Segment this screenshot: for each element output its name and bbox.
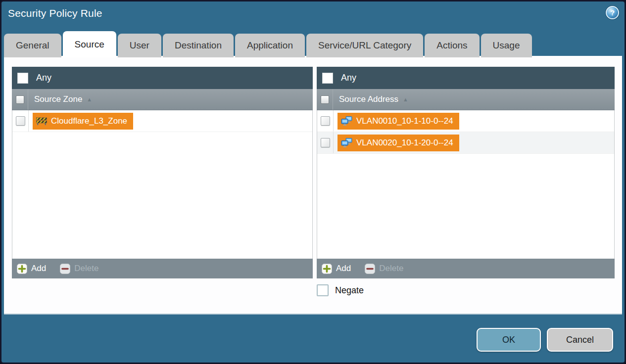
address-tag-label: VLAN0020_10-1-20-0--24 [356, 138, 453, 148]
delete-icon [365, 264, 375, 274]
source-zone-column-header: Source Zone ▲ [12, 89, 313, 110]
zone-tag-label: Cloudflare_L3_Zone [51, 116, 127, 126]
table-row[interactable]: VLAN0010_10-1-10-0--24 [317, 110, 614, 132]
cancel-button[interactable]: Cancel [547, 328, 613, 352]
address-network-icon [341, 116, 352, 126]
source-address-column-label: Source Address [339, 94, 398, 104]
row-checkbox-cell [317, 132, 334, 153]
source-address-delete-button[interactable]: Delete [365, 264, 403, 274]
source-zone-table-body: Cloudflare_L3_Zone [12, 110, 313, 259]
source-address-any-label: Any [341, 73, 356, 83]
add-label: Add [31, 264, 46, 273]
source-zone-column-sort[interactable]: Source Zone ▲ [28, 89, 313, 110]
source-address-any-header: Any [317, 67, 615, 89]
source-address-column-sort[interactable]: Source Address ▲ [333, 89, 615, 110]
sort-asc-icon: ▲ [403, 96, 408, 102]
tab-general[interactable]: General [4, 34, 61, 57]
sort-asc-icon: ▲ [87, 96, 92, 102]
negate-label: Negate [335, 285, 364, 296]
source-tab-content: Any Source Zone ▲ [4, 56, 622, 315]
help-icon[interactable]: ? [606, 6, 619, 19]
delete-label: Delete [74, 264, 98, 273]
source-address-table-body: VLAN0010_10-1-10-0--24 [317, 110, 615, 259]
row-checkbox-cell [317, 110, 334, 132]
delete-icon [60, 264, 70, 274]
source-zone-any-checkbox[interactable] [17, 73, 28, 84]
zone-icon [36, 117, 47, 125]
row-checkbox[interactable] [321, 138, 330, 147]
tab-source[interactable]: Source [63, 31, 116, 57]
delete-label: Delete [379, 264, 403, 273]
source-address-column-header: Source Address ▲ [317, 89, 615, 110]
source-zone-add-button[interactable]: Add [17, 264, 46, 274]
source-zone-footer: Add Delete [12, 259, 313, 278]
tab-actions[interactable]: Actions [425, 34, 479, 57]
source-address-add-button[interactable]: Add [322, 264, 351, 274]
dialog-title: Security Policy Rule [8, 7, 102, 19]
row-checkbox-cell [12, 110, 29, 132]
tab-bar: General Source User Destination Applicat… [4, 31, 532, 57]
tab-user[interactable]: User [118, 34, 161, 57]
add-label: Add [336, 264, 351, 273]
tab-usage[interactable]: Usage [481, 34, 532, 57]
address-tag-label: VLAN0010_10-1-10-0--24 [356, 116, 453, 126]
address-tag[interactable]: VLAN0020_10-1-20-0--24 [337, 135, 459, 151]
ok-button[interactable]: OK [477, 328, 541, 352]
source-zone-panel: Any Source Zone ▲ [12, 67, 313, 278]
negate-checkbox[interactable] [317, 284, 329, 296]
tab-destination[interactable]: Destination [163, 34, 234, 57]
add-icon [322, 264, 332, 274]
security-policy-rule-dialog: Security Policy Rule ? General Source Us… [0, 0, 626, 364]
source-address-panel: Any Source Address ▲ [317, 67, 615, 278]
zone-tag[interactable]: Cloudflare_L3_Zone [33, 113, 133, 130]
source-zone-selectall-cell [12, 89, 28, 110]
source-address-selectall-cell [317, 89, 333, 110]
address-network-icon [341, 138, 352, 147]
add-icon [17, 264, 27, 274]
source-zone-delete-button[interactable]: Delete [60, 264, 98, 274]
tab-application[interactable]: Application [235, 34, 305, 57]
source-address-selectall-checkbox[interactable] [321, 95, 329, 104]
source-zone-any-label: Any [36, 73, 51, 83]
row-checkbox[interactable] [321, 116, 330, 126]
table-row[interactable]: VLAN0020_10-1-20-0--24 [317, 132, 614, 154]
source-zone-any-header: Any [12, 67, 313, 89]
source-address-footer: Add Delete [317, 259, 615, 278]
negate-row: Negate [317, 284, 364, 296]
row-checkbox[interactable] [16, 116, 25, 126]
source-address-any-checkbox[interactable] [322, 73, 333, 84]
tab-service-url-category[interactable]: Service/URL Category [306, 34, 423, 57]
address-tag[interactable]: VLAN0010_10-1-10-0--24 [337, 113, 459, 130]
source-zone-column-label: Source Zone [34, 94, 82, 104]
table-row[interactable]: Cloudflare_L3_Zone [12, 110, 312, 132]
source-zone-selectall-checkbox[interactable] [16, 95, 24, 104]
